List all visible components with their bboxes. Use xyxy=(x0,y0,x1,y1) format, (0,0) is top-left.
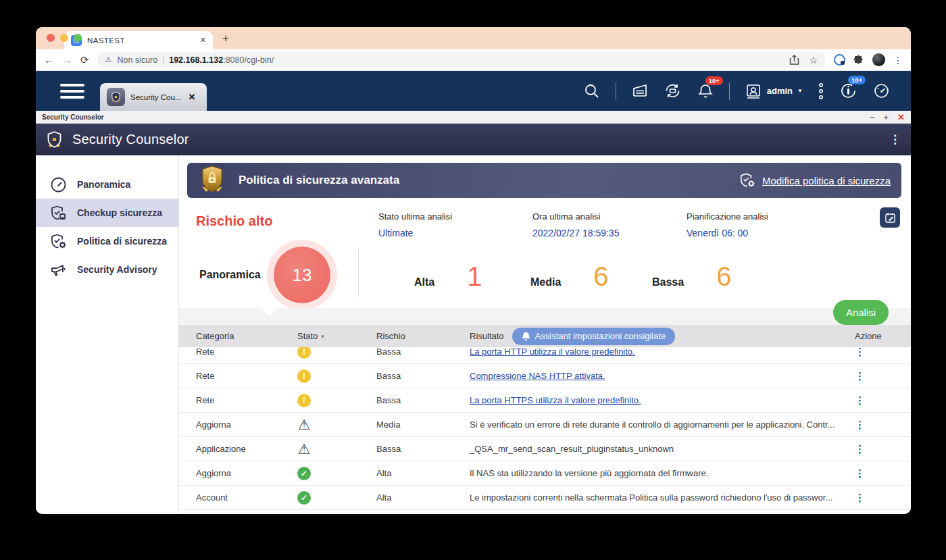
browser-window: NASTEST ✕ + ← → ⟳ ⚠ Non sicuro 192.168.1… xyxy=(36,27,911,514)
status-icon: ! xyxy=(297,394,311,407)
row-action-menu-icon[interactable]: ⋮ xyxy=(855,492,865,503)
row-result-cell: La porta HTTP utilizza il valore predefi… xyxy=(470,347,847,357)
row-action: ⋮ xyxy=(847,347,911,358)
row-result-cell: Le impostazioni correnti nella schermata… xyxy=(470,492,847,503)
extensions-puzzle-icon[interactable] xyxy=(853,55,864,66)
row-action-menu-icon[interactable]: ⋮ xyxy=(855,370,865,382)
gold-shield-badge-icon xyxy=(198,165,226,196)
app-header: Security Counselor ⋮ xyxy=(36,124,911,155)
assistant-settings-button[interactable]: Assistant impostazioni consigliate xyxy=(512,328,676,345)
overview-divider xyxy=(358,249,359,297)
row-action-menu-icon[interactable]: ⋮ xyxy=(855,347,865,357)
main-menu-icon[interactable] xyxy=(60,84,84,99)
sidebar-item-panoramica[interactable]: Panoramica xyxy=(36,170,178,199)
search-icon[interactable] xyxy=(583,82,601,100)
row-action-menu-icon[interactable]: ⋮ xyxy=(855,443,865,455)
browser-tab[interactable]: NASTEST ✕ xyxy=(64,31,213,49)
table-body: Rete ! Bassa La porta HTTP utilizza il v… xyxy=(179,347,911,510)
app-close-button[interactable]: ✕ xyxy=(897,113,905,122)
risk-level-label: Rischio alto xyxy=(196,211,378,229)
row-risk: Bassa xyxy=(376,444,470,454)
header-rischio[interactable]: Rischio xyxy=(376,331,470,341)
sidebar-item-politica-di-sicurezza[interactable]: Politica di sicurezza xyxy=(36,227,178,255)
notifications-bell-icon[interactable]: 10+ xyxy=(697,82,714,100)
chevron-down-icon: ▼ xyxy=(797,88,803,94)
back-icon[interactable]: ← xyxy=(44,54,54,66)
total-issues-count: 13 xyxy=(293,265,312,286)
row-status: ⚠ xyxy=(285,442,376,456)
new-tab-button[interactable]: + xyxy=(222,32,229,45)
row-category: Applicazione xyxy=(179,444,285,454)
share-icon[interactable] xyxy=(789,55,799,66)
browser-menu-icon[interactable]: ⋮ xyxy=(893,55,903,66)
app-minimize-button[interactable]: − xyxy=(870,113,875,122)
row-result-cell: Si è verificato un errore di rete durant… xyxy=(470,419,847,430)
header-risultato: Risultato Assistant impostazioni consigl… xyxy=(470,328,847,345)
row-result[interactable]: La porta HTTPS utilizza il valore predef… xyxy=(470,395,641,405)
header-categoria[interactable]: Categoria xyxy=(179,331,285,341)
tab-title: NASTEST xyxy=(87,36,195,45)
row-result[interactable]: _QSA_mr_send_scan_result_pluginstatus_un… xyxy=(470,444,674,454)
row-action-menu-icon[interactable]: ⋮ xyxy=(855,467,865,479)
app-taskbar-tab[interactable]: Security Cou... ✕ xyxy=(100,83,207,111)
scan-button[interactable]: Analisi xyxy=(833,300,889,325)
header-stato[interactable]: Stato ▾ xyxy=(285,331,376,341)
user-menu[interactable]: admin ▼ xyxy=(745,82,803,100)
external-device-sync-icon[interactable] xyxy=(664,82,682,100)
table-row[interactable]: Account ✓ Alta Le impostazioni correnti … xyxy=(179,486,911,510)
row-action-menu-icon[interactable]: ⋮ xyxy=(855,394,865,406)
app-maximize-button[interactable]: + xyxy=(884,113,889,122)
dashboard-gauge-icon[interactable] xyxy=(872,82,891,100)
bookmark-star-icon[interactable]: ☆ xyxy=(809,55,818,66)
zoom-window-button[interactable] xyxy=(74,34,82,42)
row-result[interactable]: Le impostazioni correnti nella schermata… xyxy=(470,492,832,503)
edit-policy-link[interactable]: Modifica politica di sicurezza xyxy=(762,175,891,186)
bell-icon xyxy=(522,332,530,341)
browser-tab-strip: NASTEST ✕ + xyxy=(36,27,911,49)
row-risk: Alta xyxy=(376,468,470,478)
nas-topbar: Security Cou... ✕ 10+ xyxy=(36,71,911,111)
close-window-button[interactable] xyxy=(47,34,55,42)
reload-icon[interactable]: ⟳ xyxy=(80,54,89,66)
password-manager-extension-icon[interactable] xyxy=(834,54,845,66)
table-row[interactable]: Rete ! Bassa La porta HTTP utilizza il v… xyxy=(179,347,911,364)
header-menu-icon[interactable]: ⋮ xyxy=(889,132,901,147)
row-action-menu-icon[interactable]: ⋮ xyxy=(855,419,865,430)
app-tab-title: Security Cou... xyxy=(130,93,181,101)
table-row[interactable]: Applicazione ⚠ Bassa _QSA_mr_send_scan_r… xyxy=(179,437,911,461)
row-category: Account xyxy=(179,492,285,503)
schedule-calendar-button[interactable] xyxy=(880,207,900,228)
background-tasks-icon[interactable] xyxy=(631,82,649,100)
table-row[interactable]: Rete ! Bassa Compressione NAS HTTP attiv… xyxy=(179,364,911,388)
app-tab-close-icon[interactable]: ✕ xyxy=(188,92,195,102)
more-options-icon[interactable] xyxy=(818,82,824,101)
row-risk: Bassa xyxy=(376,347,470,357)
profile-avatar[interactable] xyxy=(872,53,885,66)
security-counselor-header-icon xyxy=(45,130,64,149)
row-result[interactable]: La porta HTTP utilizza il valore predefi… xyxy=(470,347,635,357)
row-result[interactable]: Compressione NAS HTTP attivata. xyxy=(470,371,605,381)
sidebar-item-security-advisory[interactable]: Security Advisory xyxy=(36,255,178,284)
table-row[interactable]: Aggiorna ⚠ Media Si è verificato un erro… xyxy=(179,413,911,437)
row-result[interactable]: Il NAS sta utilizzando la versione più a… xyxy=(470,468,708,478)
security-counselor-app-icon xyxy=(107,88,125,106)
row-result[interactable]: Si è verificato un errore di rete durant… xyxy=(470,419,835,430)
not-secure-label: Non sicuro xyxy=(117,55,157,65)
sidebar-item-checkup-sicurezza[interactable]: Checkup sicurezza xyxy=(36,199,178,227)
tab-close-icon[interactable]: ✕ xyxy=(200,36,206,45)
row-action: ⋮ xyxy=(847,443,911,455)
table-row[interactable]: Aggiorna ✓ Alta Il NAS sta utilizzando l… xyxy=(179,461,911,486)
status-row: Rischio alto Stato ultima analisi Ultima… xyxy=(179,198,911,241)
url-input[interactable]: ⚠ Non sicuro 192.168.1.132:8080/cgi-bin/… xyxy=(97,52,826,68)
table-row[interactable]: Rete ! Bassa La porta HTTPS utilizza il … xyxy=(179,388,911,413)
resource-monitor-icon[interactable]: 10+ xyxy=(839,82,857,100)
row-category: Aggiorna xyxy=(179,419,285,430)
forward-icon[interactable]: → xyxy=(62,54,72,66)
status-icon: ✓ xyxy=(297,467,311,480)
row-status: ✓ xyxy=(285,467,376,480)
sidebar: Panoramica Checkup sicurezza Politica di… xyxy=(36,155,179,514)
row-risk: Media xyxy=(376,419,470,430)
table-header: Categoria Stato ▾ Rischio Risultato Assi… xyxy=(179,325,911,347)
minimize-window-button[interactable] xyxy=(60,34,68,42)
app-window-titlebar[interactable]: Security Counselor − + ✕ xyxy=(36,111,911,124)
